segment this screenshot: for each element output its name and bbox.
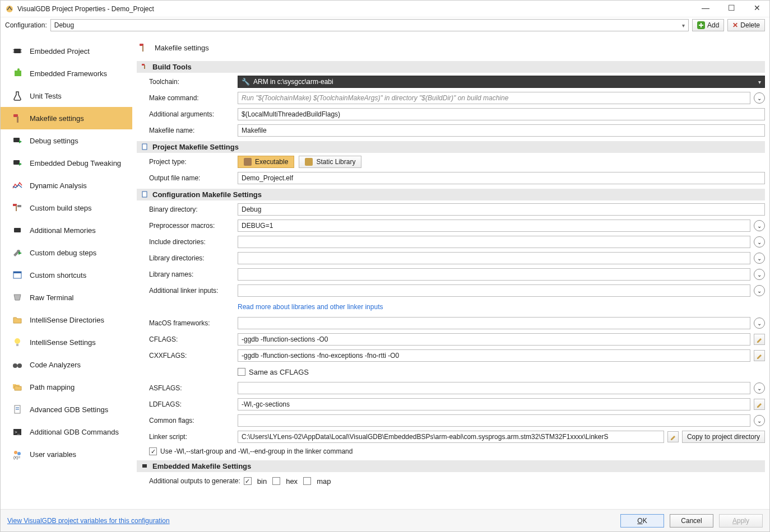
make-command-input[interactable]: Run "$(ToolchainMake) $(ToolchainMakeArg… [238,92,750,104]
lib-icon [305,158,313,166]
linker-help-link[interactable]: Read more about libraries and other link… [238,303,383,311]
additional-linker-input[interactable] [238,284,750,297]
sidebar-item-makefile-settings[interactable]: Makefile settings [1,107,132,129]
delete-config-button[interactable]: ✕Delete [727,19,765,31]
maximize-button[interactable]: ☐ [723,3,739,15]
output-file-input[interactable]: Demo_Project.elf [238,172,765,184]
map-checkbox[interactable] [303,477,311,485]
macos-frameworks-expand-button[interactable]: ⌄ [754,318,765,329]
window-title: VisualGDB Project Properties - Demo_Proj… [17,5,698,13]
sidebar-item-embedded-project[interactable]: Embedded Project [1,40,132,62]
sidebar-item-advanced-gdb-settings[interactable]: Advanced GDB Settings [1,398,132,421]
library-names-input[interactable] [238,268,750,281]
macos-frameworks-input[interactable] [238,317,750,329]
sidebar-item-dynamic-analysis[interactable]: Dynamic Analysis [1,174,132,197]
library-dirs-expand-button[interactable]: ⌄ [754,253,765,264]
section-config-makefile: Configuration Makefile Settings [137,189,765,200]
same-as-cflags-checkbox[interactable] [238,368,245,376]
svg-rect-34 [142,464,147,468]
sidebar-item-raw-terminal[interactable]: Raw Terminal [1,286,132,309]
additional-args-input[interactable]: $(LocalMultiThreadedBuildFlags) [238,108,765,120]
preprocessor-label: Preprocessor macros: [137,222,238,230]
sidebar-item-code-analyzers[interactable]: Code Analyzers [1,353,132,376]
sidebar-item-debug-settings[interactable]: Debug settings [1,129,132,152]
ldflags-input[interactable]: -Wl,-gc-sections [238,398,750,410]
library-dirs-input[interactable] [238,252,750,264]
sidebar-item-unit-tests[interactable]: Unit Tests [1,85,132,107]
add-config-button[interactable]: Add [692,19,724,31]
sidebar-item-embedded-debug-tweaking[interactable]: Embedded Debug Tweaking [1,152,132,174]
svg-point-25 [14,451,17,454]
library-names-label: Library names: [137,270,238,278]
svg-rect-13 [14,228,21,232]
cancel-button[interactable]: Cancel [670,514,713,528]
cflags-input[interactable]: -ggdb -ffunction-sections -O0 [238,333,750,346]
sidebar-item-user-variables[interactable]: (x)=User variables [1,443,132,465]
linker-script-input[interactable]: C:\Users\LYLens-02\AppData\Local\VisualG… [238,431,664,443]
svg-point-16 [15,338,20,344]
additional-linker-expand-button[interactable]: ⌄ [754,285,765,296]
preprocessor-expand-button[interactable]: ⌄ [754,220,765,231]
linker-script-edit-button[interactable] [667,431,679,442]
sidebar-item-label: Debug settings [30,137,78,145]
svg-point-19 [17,363,22,368]
ldflags-edit-button[interactable] [754,399,765,410]
close-button[interactable]: ✕ [749,3,765,15]
binary-dir-input[interactable]: Debug [238,203,765,216]
arm-icon: 🔧 [242,78,250,86]
include-dirs-label: Include directories: [137,238,238,246]
apply-button[interactable]: Apply [719,514,763,528]
configuration-combo[interactable]: Debug [50,19,689,31]
cflags-edit-button[interactable] [754,334,765,345]
minimize-button[interactable]: — [698,3,713,15]
bin-checkbox[interactable] [244,477,252,485]
sidebar-item-label: Path mapping [30,383,75,391]
plus-icon [697,21,705,29]
x-icon: ✕ [732,21,738,29]
toolchain-combo[interactable]: 🔧ARM in c:\sysgcc\arm-eabi [238,76,765,88]
doc-small-icon [141,191,149,199]
chip-small-icon [141,463,149,470]
static-library-toggle[interactable]: Static Library [299,156,361,168]
view-variables-link[interactable]: View VisualGDB project variables for thi… [7,517,615,525]
sidebar-item-path-mapping[interactable]: Path mapping [1,376,132,398]
sidebar-item-additional-memories[interactable]: Additional Memories [1,219,132,241]
sidebar-item-custom-shortcuts[interactable]: Custom shortcuts [1,264,132,286]
svg-rect-32 [142,144,147,150]
sidebar-item-custom-debug-steps[interactable]: Custom debug steps [1,241,132,264]
makefile-name-input[interactable]: Makefile [238,124,765,137]
sidebar-item-custom-build-steps[interactable]: Custom build steps [1,197,132,219]
asflags-input[interactable] [238,382,750,394]
chip-play2-icon [11,156,24,170]
common-flags-input[interactable] [238,414,750,427]
bulb-icon [11,335,24,349]
sidebar-item-embedded-frameworks[interactable]: Embedded Frameworks [1,62,132,85]
use-wl-group-checkbox[interactable] [149,447,157,455]
chip-icon [11,44,24,58]
sidebar-item-intellisense-directories[interactable]: IntelliSense Directories [1,309,132,331]
copy-to-project-button[interactable]: Copy to project directory [682,431,765,443]
include-dirs-input[interactable] [238,236,750,248]
project-type-label: Project type: [137,158,238,166]
additional-linker-label: Additional linker inputs: [137,287,238,295]
common-flags-expand-button[interactable]: ⌄ [754,415,765,426]
hex-checkbox[interactable] [272,477,280,485]
library-dirs-label: Library directories: [137,254,238,262]
include-dirs-expand-button[interactable]: ⌄ [754,236,765,248]
serial-icon [11,291,24,304]
cxxflags-edit-button[interactable] [754,350,765,361]
executable-toggle[interactable]: Executable [238,156,294,168]
library-names-expand-button[interactable]: ⌄ [754,269,765,280]
sidebar-item-label: Unit Tests [30,92,62,100]
ok-button[interactable]: OOKK [620,514,664,528]
folders-icon [11,380,24,394]
sidebar-item-label: Code Analyzers [30,361,81,369]
make-command-expand-button[interactable]: ⌄ [754,92,765,104]
svg-rect-9 [13,160,20,165]
sidebar-item-intellisense-settings[interactable]: IntelliSense Settings [1,331,132,353]
asflags-expand-button[interactable]: ⌄ [754,382,765,394]
svg-rect-15 [13,272,21,273]
sidebar-item-additional-gdb-commands[interactable]: >_Additional GDB Commands [1,421,132,443]
cxxflags-input[interactable]: -ggdb -ffunction-sections -fno-exception… [238,349,750,362]
preprocessor-input[interactable]: DEBUG=1 [238,220,750,232]
